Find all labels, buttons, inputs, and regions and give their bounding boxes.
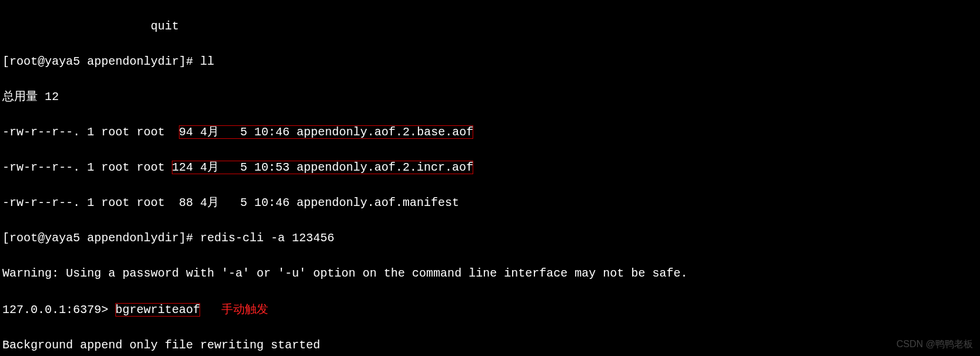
highlight-box: 124 4月 5 10:53 appendonly.aof.2.incr.aof: [172, 161, 473, 174]
file-row-prefix: -rw-r--r--. 1 root root: [2, 125, 179, 139]
terminal-line: -rw-r--r--. 1 root root 124 4月 5 10:53 a…: [2, 159, 978, 177]
terminal-line: 127.0.0.1:6379> bgrewriteaof 手动触发: [2, 300, 978, 319]
terminal-line-prompt: [root@yaya5 appendonlydir]# redis-cli -a…: [2, 229, 978, 247]
terminal-line: 总用量 12: [2, 88, 978, 106]
annotation-label: 手动触发: [221, 302, 268, 315]
terminal-line: -rw-r--r--. 1 root root 94 4月 5 10:46 ap…: [2, 124, 978, 141]
terminal-line: -rw-r--r--. 1 root root 88 4月 5 10:46 ap…: [2, 194, 978, 212]
terminal-line-warning: Warning: Using a password with '-a' or '…: [2, 265, 978, 282]
terminal-line: Background append only file rewriting st…: [2, 337, 978, 354]
terminal-output[interactable]: quit [root@yaya5 appendonlydir]# ll 总用量 …: [0, 0, 980, 356]
terminal-line: quit: [2, 18, 978, 35]
file-row-prefix: -rw-r--r--. 1 root root: [2, 161, 172, 174]
highlight-box: 94 4月 5 10:46 appendonly.aof.2.base.aof: [179, 125, 473, 139]
redis-prompt: 127.0.0.1:6379>: [2, 303, 115, 317]
terminal-line-prompt: [root@yaya5 appendonlydir]# ll: [2, 53, 978, 71]
spacer: [200, 303, 221, 317]
highlight-box-command: bgrewriteaof: [115, 303, 200, 317]
